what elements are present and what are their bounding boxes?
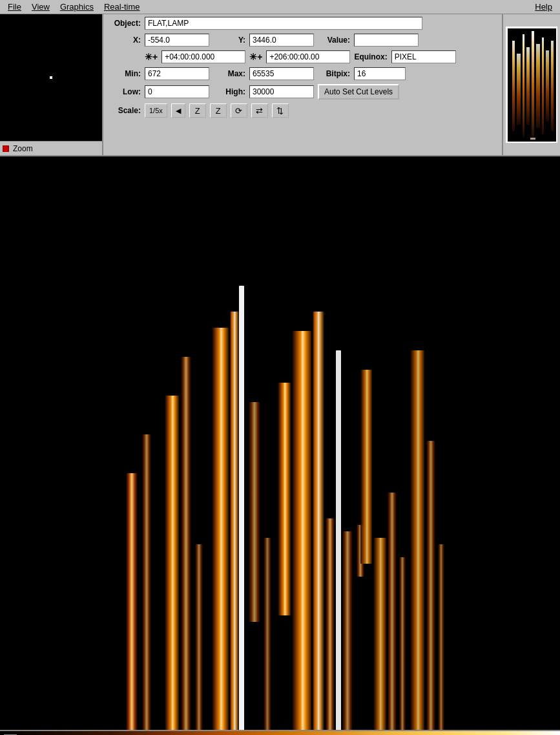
zoom-label: Zoom bbox=[0, 141, 102, 155]
svg-rect-27 bbox=[336, 350, 341, 730]
ra-symbol: ✳+ bbox=[145, 52, 158, 62]
svg-rect-16 bbox=[181, 357, 191, 730]
value-label: Value: bbox=[318, 36, 350, 45]
zoom-canvas bbox=[0, 14, 102, 141]
svg-rect-18 bbox=[212, 328, 229, 730]
svg-rect-25 bbox=[313, 312, 324, 730]
high-label: High: bbox=[213, 87, 245, 96]
menu-view[interactable]: View bbox=[26, 1, 55, 13]
svg-rect-28 bbox=[342, 531, 353, 730]
svg-rect-36 bbox=[438, 544, 444, 730]
main-image bbox=[0, 156, 560, 730]
svg-rect-32 bbox=[388, 493, 397, 730]
svg-rect-2 bbox=[517, 54, 521, 125]
minmax-row: Min: Max: Bitpix: bbox=[109, 67, 497, 80]
thumbnail-image bbox=[506, 27, 557, 143]
svg-rect-6 bbox=[536, 44, 540, 128]
svg-rect-8 bbox=[546, 50, 549, 122]
svg-rect-7 bbox=[542, 37, 544, 134]
max-label: Max: bbox=[213, 69, 245, 78]
colorbar: 1 bbox=[0, 730, 560, 735]
max-input[interactable] bbox=[249, 67, 314, 80]
x-label: X: bbox=[109, 36, 141, 45]
equinox-input[interactable] bbox=[391, 50, 456, 63]
high-input[interactable] bbox=[249, 85, 314, 98]
controls-panel: Object: X: Y: Value: ✳+ ✳+ Equinox: Min: bbox=[103, 14, 502, 155]
svg-rect-34 bbox=[410, 350, 424, 730]
svg-rect-33 bbox=[399, 557, 406, 730]
svg-rect-1 bbox=[512, 41, 515, 131]
zoom-indicator bbox=[3, 145, 9, 152]
min-input[interactable] bbox=[145, 67, 209, 80]
svg-rect-31 bbox=[373, 538, 386, 730]
flip-x-button[interactable]: ⇄ bbox=[251, 103, 268, 118]
svg-rect-9 bbox=[551, 41, 554, 131]
radec-row: ✳+ ✳+ Equinox: bbox=[109, 50, 497, 63]
svg-rect-11 bbox=[530, 138, 535, 140]
object-input[interactable] bbox=[145, 17, 422, 30]
y-input[interactable] bbox=[249, 34, 314, 47]
svg-rect-17 bbox=[195, 544, 203, 730]
svg-rect-15 bbox=[165, 396, 179, 730]
top-panel: Zoom Object: X: Y: Value: ✳+ ✳+ Equinox: bbox=[0, 14, 560, 156]
svg-rect-30 bbox=[360, 370, 372, 564]
menu-realtime[interactable]: Real-time bbox=[99, 1, 145, 13]
zoom-reset-button[interactable]: Z bbox=[189, 103, 206, 118]
svg-rect-35 bbox=[426, 441, 435, 730]
svg-rect-3 bbox=[523, 34, 524, 138]
min-label: Min: bbox=[109, 69, 141, 78]
svg-rect-22 bbox=[264, 538, 271, 730]
dec-input[interactable] bbox=[266, 50, 350, 63]
svg-rect-23 bbox=[278, 383, 291, 615]
bitpix-input[interactable] bbox=[354, 67, 406, 80]
bitpix-label: Bitpix: bbox=[318, 69, 350, 78]
svg-rect-19 bbox=[230, 312, 239, 730]
zoom-panel: Zoom bbox=[0, 14, 103, 155]
value-input[interactable] bbox=[354, 34, 419, 47]
object-label: Object: bbox=[109, 19, 141, 28]
zoom-text: Zoom bbox=[13, 144, 33, 153]
menu-graphics[interactable]: Graphics bbox=[55, 1, 99, 13]
flip-y-button[interactable]: ⇅ bbox=[272, 103, 289, 118]
ra-input[interactable] bbox=[161, 50, 245, 63]
svg-rect-13 bbox=[126, 473, 138, 730]
svg-rect-26 bbox=[326, 518, 335, 730]
svg-rect-24 bbox=[292, 331, 311, 730]
refresh-button[interactable]: ⟳ bbox=[231, 103, 247, 118]
x-input[interactable] bbox=[145, 34, 209, 47]
dec-symbol: ✳+ bbox=[249, 52, 262, 62]
low-label: Low: bbox=[109, 87, 141, 96]
menu-file[interactable]: File bbox=[3, 1, 26, 13]
lowhigh-row: Low: High: Auto Set Cut Levels bbox=[109, 84, 497, 100]
low-input[interactable] bbox=[145, 85, 209, 98]
auto-set-levels-button[interactable]: Auto Set Cut Levels bbox=[318, 84, 399, 100]
svg-rect-5 bbox=[532, 31, 534, 141]
svg-rect-14 bbox=[142, 434, 151, 730]
y-label: Y: bbox=[213, 36, 245, 45]
scale-label: Scale: bbox=[109, 106, 141, 115]
zoom-dot bbox=[50, 76, 52, 79]
scale-row: Scale: 1/5x ◀ Z Z ⟳ ⇄ ⇅ bbox=[109, 103, 497, 118]
scale-value-button[interactable]: 1/5x bbox=[145, 103, 167, 118]
scale-decrease-button[interactable]: ◀ bbox=[171, 103, 185, 118]
svg-rect-21 bbox=[249, 402, 260, 622]
thumbnail-panel bbox=[502, 14, 560, 155]
svg-rect-20 bbox=[239, 286, 244, 730]
equinox-label: Equinox: bbox=[354, 52, 387, 61]
object-row: Object: bbox=[109, 17, 497, 30]
zoom-fit-button[interactable]: Z bbox=[210, 103, 227, 118]
menu-help[interactable]: Help bbox=[530, 1, 557, 13]
xy-row: X: Y: Value: bbox=[109, 34, 497, 47]
svg-rect-4 bbox=[526, 47, 530, 125]
menubar: File View Graphics Real-time Help bbox=[0, 0, 560, 14]
